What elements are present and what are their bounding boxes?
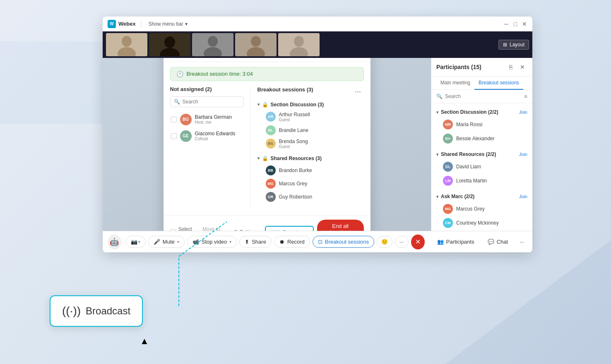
member-name-guy: Guy Robertson (279, 194, 313, 200)
panel-section-header-1: ▾ Section Discussion (2/2) Join (431, 107, 532, 117)
tab-main-meeting[interactable]: Main meeting (436, 77, 474, 90)
section-name-1: Section Discussion (2/2) (441, 109, 498, 115)
breakout-more-button[interactable]: ··· (352, 86, 364, 98)
breakout-sessions-button[interactable]: ⊡ Breakout sessions (313, 236, 374, 248)
session-member-gr: GR Guy Robertson (257, 190, 364, 204)
camera-chevron-icon: ▾ (138, 239, 140, 244)
move-to-session-button[interactable]: Move to session (197, 226, 226, 231)
stop-video-button[interactable]: 📹 Stop video ▾ (187, 236, 237, 248)
more-options-button[interactable]: ··· (395, 236, 409, 248)
participant-name-barbara: Barbara German (195, 114, 243, 120)
layout-button[interactable]: ⊞ Layout (498, 40, 529, 50)
search-input[interactable] (183, 99, 240, 105)
member-name-brandon: Brandon Burke (279, 168, 312, 173)
select-all-area: Select all (170, 226, 193, 231)
join-section-1-button[interactable]: Join (519, 110, 527, 115)
main-video: Breakout session assignments ✕ 🕐 Breakou… (103, 58, 431, 231)
join-section-2-button[interactable]: Join (519, 152, 527, 157)
app-logo: W Webex (108, 20, 136, 28)
webex-icon: W (108, 20, 116, 28)
participant-checkbox-1[interactable] (171, 117, 177, 122)
participant-checkbox-2[interactable] (171, 133, 177, 139)
camera-button[interactable]: 📷 ▾ (125, 236, 146, 248)
join-section-3-button[interactable]: Join (519, 194, 527, 199)
maximize-button[interactable]: □ (512, 21, 518, 27)
show-menu-bar-button[interactable]: Show menu bar ▾ (146, 20, 190, 28)
member-name-panel-marcus: Marcus Grey (456, 206, 485, 212)
panel-section-askmarc: ▾ Ask Marc (2/2) Join MG Marcus Grey CM (431, 191, 532, 230)
member-name-brandie: Brandie Lane (279, 127, 308, 133)
breakout-sessions-panel: Breakout sessions (3) ··· ▾ 🔒 Sect (253, 86, 364, 208)
end-all-breakout-sessions-button[interactable]: End all breakout sessions (317, 220, 364, 231)
participant-name-giacomo: Giacomo Edwards (195, 131, 243, 136)
broadcast-tooltip-text: Broadcast (86, 305, 130, 317)
panel-search-input[interactable] (445, 93, 522, 99)
gear-icon: ⚙ (233, 229, 238, 231)
panel-header: Participants (15) ⎘ ✕ (431, 58, 532, 77)
timer-label: Breakout session time: 3:04 (187, 71, 253, 77)
chevron-section-2: ▾ (436, 152, 438, 157)
list-view-button[interactable]: ≡ (524, 93, 527, 100)
member-name-brenda: Brenda Song (279, 139, 308, 144)
tab-breakout-sessions[interactable]: Breakout sessions (474, 77, 523, 90)
panel-member-loretta: LM Loretta Martin (431, 174, 532, 188)
settings-button[interactable]: ⚙ Settings (229, 227, 262, 231)
dialog-overlay: Breakout session assignments ✕ 🕐 Breakou… (103, 58, 431, 231)
participants-button[interactable]: 👥 Participants (432, 236, 479, 247)
member-name-panel-david: David Liam (456, 164, 481, 170)
panel-title: Participants (15) (436, 64, 481, 70)
avatar-guy: GR (266, 192, 276, 202)
session-chevron-1: ▾ (257, 102, 260, 107)
not-assigned-participant-2[interactable]: GE Giacomo Edwards Cohost (170, 128, 244, 144)
ai-icon-button[interactable]: 🤖 (108, 235, 121, 249)
search-icon-panel: 🔍 (436, 93, 443, 99)
session-header-1[interactable]: ▾ 🔒 Section Discussion (3) (257, 102, 364, 108)
svg-point-13 (294, 36, 304, 47)
mute-label: Mute (163, 239, 175, 245)
pop-out-button[interactable]: ⎘ (506, 62, 516, 72)
broadcast-tooltip-icon: ((·)) (62, 304, 81, 318)
close-button[interactable]: ✕ (522, 21, 527, 27)
svg-point-7 (208, 36, 218, 47)
emoji-button[interactable]: 🙂 (377, 236, 392, 248)
session-header-2[interactable]: ▾ 🔒 Shared Resources (3) (257, 156, 364, 161)
share-button[interactable]: ⬆ Share (239, 236, 272, 248)
end-call-button[interactable]: ✕ (411, 235, 425, 249)
participants-icon: 👥 (437, 239, 444, 245)
broadcast-icon: ((·)) (272, 229, 280, 231)
main-content-area: Breakout session assignments ✕ 🕐 Breakou… (103, 58, 532, 231)
not-assigned-participant-1[interactable]: BG Barbara German Host, me (170, 111, 244, 128)
broadcast-label: Broadcast (283, 229, 307, 231)
mute-button[interactable]: 🎤 Mute ▾ (148, 236, 185, 248)
panel-close-button[interactable]: ✕ (517, 62, 527, 72)
avatar-panel-maria: MR (443, 120, 453, 129)
panel-content: ▾ Section Discussion (2/2) Join MR Maria… (431, 103, 532, 231)
member-name-panel-courtney: Courtney Mckinney (456, 220, 499, 226)
panel-section-title-3: ▾ Ask Marc (2/2) (436, 194, 474, 199)
chevron-section-1: ▾ (436, 110, 438, 115)
panel-member-marcus-panel: MG Marcus Grey (431, 202, 532, 216)
video-chevron-icon: ▾ (229, 239, 231, 244)
minimize-button[interactable]: ─ (503, 21, 509, 27)
clock-icon: 🕐 (176, 71, 183, 77)
select-all-checkbox[interactable] (170, 229, 176, 231)
participants-label: Participants (446, 239, 474, 245)
chat-button[interactable]: 💬 Chat (483, 236, 513, 247)
broadcast-button[interactable]: ((·)) Broadcast (265, 226, 313, 231)
avatar-panel-david: DL (443, 162, 453, 172)
record-button[interactable]: ⏺ Record (274, 236, 310, 248)
panel-section-title-2: ▾ Shared Resources (2/2) (436, 151, 496, 157)
session-name-1: Section Discussion (3) (271, 102, 324, 108)
video-thumb-2 (149, 33, 190, 56)
toolbar-right: 👥 Participants 💬 Chat ··· (432, 236, 527, 247)
more-right-button[interactable]: ··· (516, 236, 527, 247)
breakout-panel-header: Breakout sessions (3) ··· (257, 86, 364, 98)
not-assigned-title: Not assigned (2) (170, 86, 244, 92)
panel-divider (250, 86, 251, 208)
svg-point-1 (122, 36, 132, 47)
avatar-panel-marcus: MG (443, 204, 453, 214)
member-info-arthur: Arthur Russell Guest (279, 112, 310, 122)
dialog-header: Breakout session assignments ✕ (164, 58, 370, 62)
member-name-panel-bessie: Bessie Alexander (456, 136, 495, 141)
session-member-bs: BS Brenda Song Guest (257, 137, 364, 151)
